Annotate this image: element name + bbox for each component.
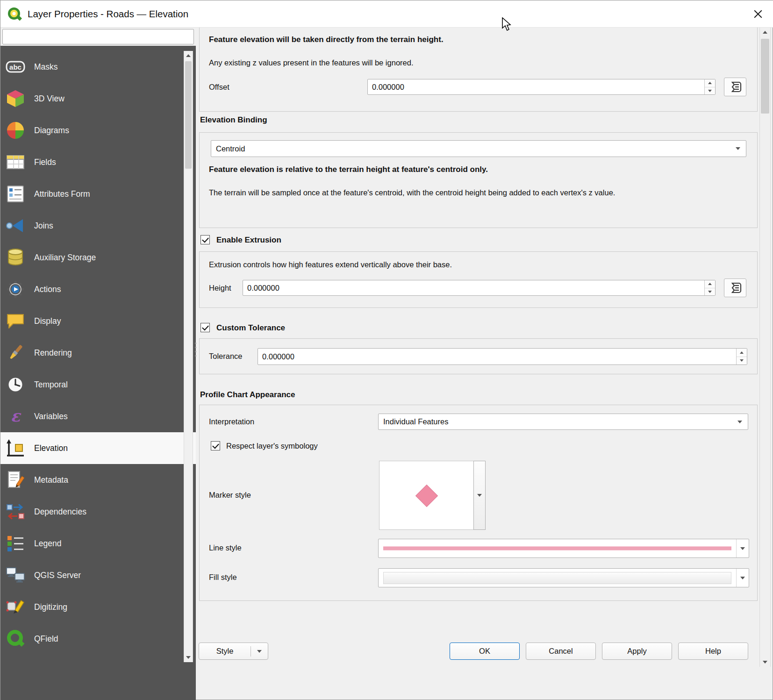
sidebar-item-metadata[interactable]: Metadata [0, 464, 184, 496]
sidebar-item-label: Joins [34, 221, 53, 231]
spin-down-button[interactable] [705, 87, 715, 95]
sidebar-item-label: Actions [34, 285, 61, 294]
fill-style-preview [383, 572, 731, 584]
sidebar-item-digitizing[interactable]: Digitizing [0, 591, 184, 623]
offset-label: Offset [209, 83, 229, 92]
sidebar-item-rendering[interactable]: Rendering [0, 337, 184, 369]
sidebar-search-input[interactable] [2, 29, 194, 44]
scrollbar-thumb[interactable] [185, 61, 192, 169]
elevation-icon [5, 438, 26, 458]
sidebar-item-label: QField [34, 634, 58, 644]
close-button[interactable] [744, 0, 773, 27]
sidebar-item-label: Display [34, 316, 61, 326]
display-icon [5, 311, 26, 331]
marker-style-preview[interactable] [379, 461, 474, 530]
dependencies-icon [5, 501, 26, 522]
help-button[interactable]: Help [678, 643, 748, 660]
custom-tolerance-checkbox[interactable] [200, 323, 210, 332]
fill-style-label: Fill style [209, 573, 237, 582]
ok-button-label: OK [479, 647, 490, 656]
line-style-preview [383, 547, 731, 550]
3d-view-icon [5, 88, 26, 109]
sidebar-item-actions[interactable]: Actions [0, 273, 184, 305]
actions-icon [5, 279, 26, 300]
sidebar-scrollbar[interactable] [184, 51, 193, 662]
qgis-logo-icon [7, 7, 22, 21]
line-style-dropdown-button[interactable] [736, 539, 749, 557]
elevation-binding-value: Centroid [216, 144, 736, 153]
scroll-up-button[interactable] [184, 51, 193, 60]
scroll-down-button[interactable] [184, 653, 193, 662]
sidebar-item-label: Legend [34, 539, 61, 549]
custom-tolerance-label: Custom Tolerance [216, 323, 285, 333]
respect-symbology-checkbox[interactable] [211, 441, 220, 450]
sidebar-item-label: QGIS Server [34, 571, 81, 580]
sidebar-item-3d-view[interactable]: 3D View [0, 83, 184, 114]
sidebar-item-dependencies[interactable]: Dependencies [0, 496, 184, 528]
masks-icon: abc [5, 57, 26, 77]
sidebar-item-qfield[interactable]: QField [0, 623, 184, 655]
joins-icon [5, 215, 26, 236]
ok-button[interactable]: OK [450, 643, 520, 660]
spin-buttons [704, 280, 715, 295]
height-data-defined-override-button[interactable] [724, 279, 746, 297]
profile-chart-title: Profile Chart Appearance [200, 390, 295, 400]
elevation-binding-combobox[interactable]: Centroid [211, 140, 746, 157]
sidebar-item-temporal[interactable]: Temporal [0, 369, 184, 400]
height-value: 0.000000 [243, 280, 704, 295]
interpretation-combobox[interactable]: Individual Features [378, 414, 748, 430]
spin-up-button[interactable] [705, 79, 715, 87]
spin-buttons [704, 79, 715, 94]
splitter-handle[interactable] [194, 340, 196, 359]
fill-style-dropdown-button[interactable] [736, 569, 749, 587]
sidebar-item-elevation[interactable]: Elevation [0, 432, 196, 464]
line-style-dropdown[interactable] [378, 539, 749, 558]
temporal-icon [5, 374, 26, 395]
sidebar-item-qgis-server[interactable]: QGIS Server [0, 559, 184, 591]
spin-up-button[interactable] [705, 280, 715, 288]
chevron-down-icon [737, 421, 742, 423]
enable-extrusion-checkbox[interactable] [200, 235, 210, 244]
sidebar-item-diagrams[interactable]: Diagrams [0, 114, 184, 146]
auxiliary-storage-icon [5, 247, 26, 268]
sidebar-item-display[interactable]: Display [0, 305, 184, 337]
offset-data-defined-override-button[interactable] [724, 78, 746, 96]
sidebar-item-variables[interactable]: ε Variables [0, 400, 184, 432]
elevation-binding-title: Elevation Binding [200, 115, 267, 125]
sidebar-item-label: Digitizing [34, 602, 67, 612]
apply-button[interactable]: Apply [602, 643, 672, 660]
qfield-icon [5, 629, 26, 649]
spin-down-button[interactable] [737, 357, 747, 365]
offset-spinbox[interactable]: 0.000000 [367, 79, 716, 95]
sidebar-item-attributes-form[interactable]: Attributes Form [0, 178, 184, 210]
marker-style-dropdown-button[interactable] [473, 461, 486, 530]
sidebar-item-joins[interactable]: Joins [0, 210, 184, 242]
fill-style-dropdown[interactable] [378, 568, 749, 587]
checkmark-icon [202, 323, 209, 330]
tolerance-spinbox[interactable]: 0.000000 [258, 348, 747, 365]
style-button[interactable]: Style [199, 643, 268, 660]
sidebar-item-label: Diagrams [34, 126, 69, 136]
sidebar-item-auxiliary-storage[interactable]: Auxiliary Storage [0, 242, 184, 273]
scroll-down-button[interactable] [760, 657, 770, 667]
sidebar-item-label: Masks [34, 62, 58, 72]
sidebar-item-legend[interactable]: Legend [0, 528, 184, 559]
scroll-up-button[interactable] [760, 28, 770, 37]
layer-properties-dialog: Layer Properties - Roads — Elevation abc… [0, 0, 773, 700]
marker-style-label: Marker style [209, 491, 251, 500]
terrain-note: Any existing z values present in the fea… [209, 58, 414, 67]
scrollbar-thumb[interactable] [761, 39, 769, 114]
variables-icon: ε [5, 406, 26, 427]
sidebar-item-label: Elevation [34, 443, 68, 453]
spin-up-button[interactable] [737, 349, 747, 357]
chevron-down-icon [251, 650, 268, 653]
sidebar-list: abc Masks 3D View Diagrams Fields Attrib… [0, 46, 196, 700]
sidebar-item-fields[interactable]: Fields [0, 146, 184, 178]
main-scrollbar[interactable] [759, 28, 771, 667]
sidebar-item-label: 3D View [34, 94, 64, 104]
spin-down-button[interactable] [705, 288, 715, 296]
sidebar-item-masks[interactable]: abc Masks [0, 51, 184, 83]
extrusion-note: Extrusion controls how high features ext… [209, 260, 452, 269]
height-spinbox[interactable]: 0.000000 [243, 280, 716, 296]
cancel-button[interactable]: Cancel [526, 643, 596, 660]
